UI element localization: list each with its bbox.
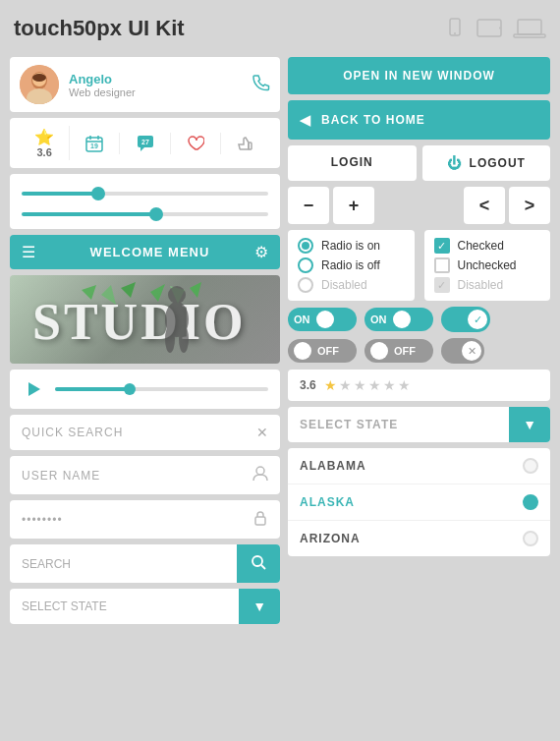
svg-point-29 (165, 325, 175, 353)
svg-rect-4 (518, 20, 541, 34)
slider-row-2 (22, 204, 268, 219)
comment-icon: 27 (137, 135, 154, 152)
nav-buttons: < > (422, 187, 551, 224)
stat-item-star[interactable]: ⭐ 3.6 (20, 126, 70, 160)
profile-role: Web designer (69, 86, 243, 98)
toggle-knob-2 (393, 311, 411, 328)
star-filled-1[interactable]: ★ (324, 377, 337, 393)
star-empty-3[interactable]: ★ (368, 377, 381, 393)
toggle-x[interactable]: ✕ (441, 338, 484, 364)
power-icon: ⏻ (447, 155, 462, 171)
check-item-unchecked[interactable]: Unchecked (434, 257, 541, 273)
app-title: touch50px UI Kit (14, 16, 185, 41)
laptop-device-icon (513, 18, 546, 39)
radio-disabled-label: Disabled (321, 278, 367, 292)
svg-text:19: 19 (90, 142, 98, 149)
svg-point-10 (32, 74, 46, 82)
svg-point-27 (168, 286, 186, 304)
toggle-knob-1 (316, 311, 334, 328)
svg-point-1 (454, 32, 456, 34)
toggle-knob-off-1 (294, 342, 311, 360)
play-button[interactable] (22, 377, 45, 401)
increment-button[interactable]: + (333, 187, 374, 224)
star-rating[interactable]: ★ ★ ★ ★ ★ ★ (324, 377, 411, 393)
radio-item-on[interactable]: Radio is on (298, 238, 405, 254)
state-name-alaska: ALASKA (300, 495, 355, 509)
back-to-home-button[interactable]: ◀ BACK TO HOME (288, 100, 550, 140)
decrement-button[interactable]: − (288, 187, 329, 224)
toggle-check[interactable]: ✓ (441, 307, 490, 332)
profile-info: Angelo Web designer (69, 72, 243, 98)
svg-point-30 (179, 325, 189, 353)
media-player (10, 370, 280, 409)
prev-button[interactable]: < (464, 187, 505, 224)
state-radio-alaska[interactable] (523, 494, 538, 510)
star-empty-2[interactable]: ★ (354, 377, 366, 393)
password-field[interactable]: •••••••• (10, 500, 280, 539)
clear-icon[interactable]: ✕ (256, 425, 268, 440)
slider-2[interactable] (22, 212, 268, 216)
inc-dec-controls: − + (288, 187, 417, 224)
star-empty-4[interactable]: ★ (383, 377, 396, 393)
right-select-arrow[interactable]: ▼ (509, 407, 550, 442)
toggle-off-1[interactable]: OFF (288, 339, 357, 363)
back-to-home-label: BACK TO HOME (321, 113, 425, 127)
toggle-on-label-1: ON (294, 314, 310, 325)
phone-device-icon (444, 18, 466, 39)
stat-item-comment[interactable]: 27 (120, 133, 170, 154)
star-empty-1[interactable]: ★ (339, 377, 352, 393)
stat-item-calendar[interactable]: 19 (70, 133, 120, 154)
state-radio-alabama[interactable] (523, 458, 538, 474)
checkbox-disabled-indicator: ✓ (434, 277, 450, 293)
toggle-off-label-2: OFF (394, 345, 416, 357)
main-layout: Angelo Web designer ⭐ 3.6 (10, 57, 550, 624)
auth-row: LOGIN ⏻ LOGOUT (288, 145, 550, 181)
svg-point-3 (499, 28, 501, 29)
radio-item-off[interactable]: Radio is off (298, 257, 405, 273)
slider-1[interactable] (22, 192, 268, 196)
next-button[interactable]: > (509, 187, 550, 224)
check-disabled-label: Disabled (458, 278, 504, 292)
toggle-check-icon: ✓ (468, 310, 487, 329)
open-new-window-button[interactable]: OPEN IN NEW WINDOW (288, 57, 550, 94)
left-panel: Angelo Web designer ⭐ 3.6 (10, 57, 280, 624)
stat-item-like[interactable] (221, 133, 270, 154)
toggle-on-1[interactable]: ON (288, 308, 357, 331)
select-state-label[interactable]: SELECT STATE (10, 590, 239, 623)
toggle-on-2[interactable]: ON (364, 308, 433, 331)
lock-icon (252, 510, 268, 529)
state-radio-arizona[interactable] (523, 531, 538, 546)
state-item-alaska[interactable]: ALASKA (288, 484, 550, 521)
device-icons (444, 18, 546, 39)
check-checked-label: Checked (458, 239, 504, 253)
login-button[interactable]: LOGIN (288, 145, 417, 181)
search-button[interactable] (237, 544, 280, 583)
star-rating-value: 3.6 (300, 378, 316, 392)
radio-on-indicator (298, 238, 313, 254)
username-field[interactable]: USER NAME (10, 456, 280, 494)
svg-line-35 (261, 565, 265, 569)
star-empty-5[interactable]: ★ (398, 377, 411, 393)
select-state-arrow[interactable]: ▼ (239, 589, 280, 624)
toggle-on-label-2: ON (370, 314, 387, 325)
toggle-off-2[interactable]: OFF (364, 339, 433, 363)
right-select-label[interactable]: SELECT STATE (288, 408, 509, 441)
search-label[interactable]: SEARCH (10, 547, 237, 581)
state-item-alabama[interactable]: ALABAMA (288, 448, 550, 484)
progress-bar[interactable] (55, 387, 268, 391)
check-item-checked[interactable]: ✓ Checked (434, 238, 541, 254)
avatar (20, 65, 59, 104)
svg-point-34 (252, 556, 262, 566)
stat-item-heart[interactable] (171, 133, 221, 154)
logout-button[interactable]: ⏻ LOGOUT (422, 145, 551, 181)
svg-text:STUDIO: STUDIO (32, 294, 246, 350)
quick-search-field: QUICK SEARCH ✕ (10, 415, 280, 450)
heart-icon (187, 135, 204, 152)
state-item-arizona[interactable]: ARIZONA (288, 521, 550, 556)
header: touch50px UI Kit (10, 10, 550, 47)
profile-card: Angelo Web designer (10, 57, 280, 112)
username-label: USER NAME (22, 469, 252, 483)
svg-point-32 (256, 467, 264, 475)
welcome-menu[interactable]: ☰ WELCOME MENU ⚙ (10, 235, 280, 269)
phone-button[interactable] (252, 74, 270, 95)
